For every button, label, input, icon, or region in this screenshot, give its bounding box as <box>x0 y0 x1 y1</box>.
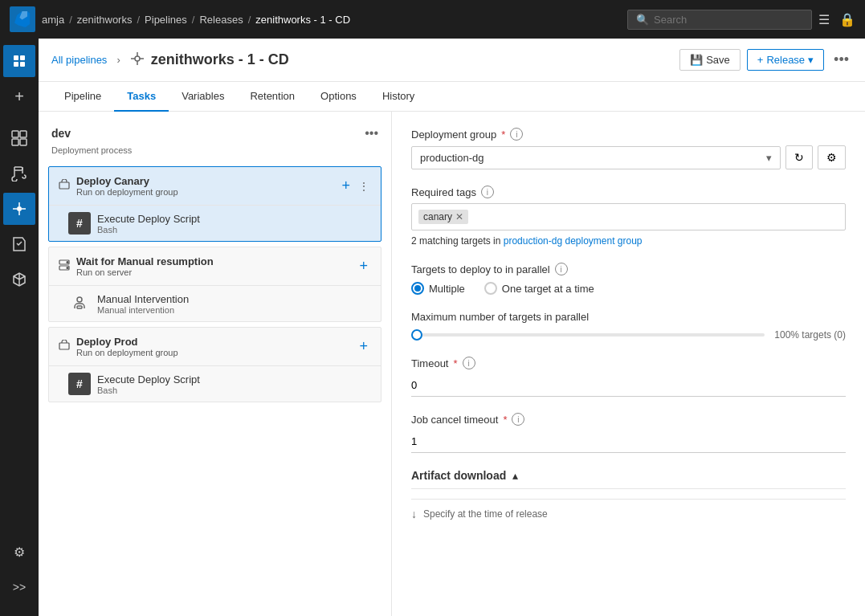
search-icon: 🔍 <box>636 14 649 26</box>
breadcrumb-current: zenithworks - 1 - CD <box>255 14 350 26</box>
breadcrumb-amja[interactable]: amja <box>42 14 64 26</box>
top-bar-icons: ☰ 🔒 <box>818 12 855 27</box>
lock-icon[interactable]: 🔒 <box>839 12 855 27</box>
breadcrumb: amja / zenithworks / Pipelines / Release… <box>42 14 621 26</box>
top-bar: amja / zenithworks / Pipelines / Release… <box>0 0 865 39</box>
breadcrumb-releases[interactable]: Releases <box>199 14 243 26</box>
list-icon[interactable]: ☰ <box>818 12 830 27</box>
azure-devops-logo[interactable] <box>10 6 35 32</box>
search-box[interactable]: 🔍 <box>627 10 812 30</box>
breadcrumb-pipelines[interactable]: Pipelines <box>145 14 187 26</box>
search-input[interactable] <box>654 14 803 26</box>
breadcrumb-zenithworks[interactable]: zenithworks <box>77 14 133 26</box>
